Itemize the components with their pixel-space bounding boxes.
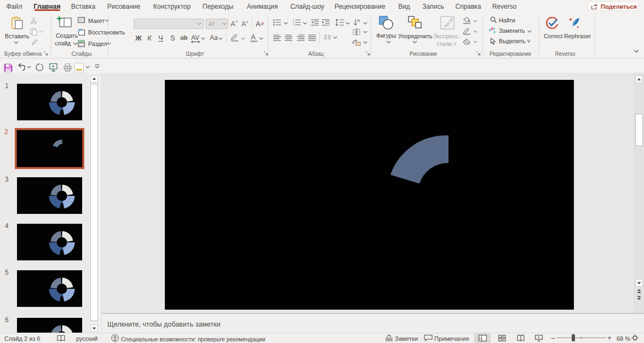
svg-text:c: c (493, 30, 496, 34)
svg-text:A: A (256, 20, 261, 27)
svg-text:A: A (357, 18, 360, 23)
